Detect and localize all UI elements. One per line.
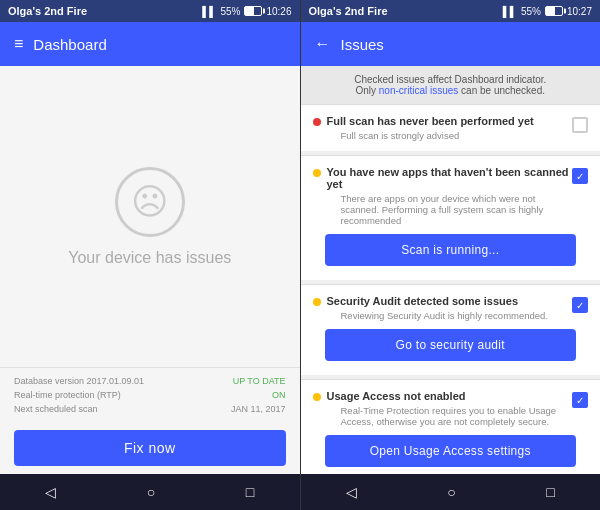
issue-item-4: Usage Access not enabled Real-Time Prote… [301,380,601,474]
right-main-content: Checked issues affect Dashboard indicato… [301,66,601,474]
non-critical-link[interactable]: non-critical issues [379,85,458,96]
right-carrier: Olga's 2nd Fire [309,5,388,17]
issue-checkbox-1[interactable] [572,117,588,133]
left-carrier: Olga's 2nd Fire [8,5,87,17]
issue-content-1: Full scan has never been performed yet F… [327,115,534,141]
issues-text: Your device has issues [68,249,231,267]
issue-title-4: Usage Access not enabled [327,390,573,402]
issue-item-1: Full scan has never been performed yet F… [301,105,601,151]
footer-row-rtp: Real-time protection (RTP) ON [14,390,286,400]
issue-item-2: You have new apps that haven't been scan… [301,156,601,280]
issue-header-2: You have new apps that haven't been scan… [313,166,589,226]
footer-row-scan: Next scheduled scan JAN 11, 2017 [14,404,286,414]
fix-now-button[interactable]: Fix now [14,430,286,466]
right-time: 10:27 [567,6,592,17]
security-audit-button[interactable]: Go to security audit [325,329,577,361]
menu-icon[interactable]: ≡ [14,35,23,53]
home-button-right[interactable]: ○ [435,480,467,504]
home-button-left[interactable]: ○ [135,480,167,504]
left-signal-icon: ▌▌ [202,6,216,17]
left-bottom-nav: ◁ ○ □ [0,474,300,510]
issue-checkbox-2[interactable] [572,168,588,184]
issues-title: Issues [341,36,384,53]
info-banner-text: Checked issues affect Dashboard indicato… [354,74,546,85]
info-banner-suffix: can be unchecked. [458,85,545,96]
issue-title-row-3: Security Audit detected some issues Revi… [313,295,573,321]
issue-title-row-1: Full scan has never been performed yet F… [313,115,573,141]
scan-value: JAN 11, 2017 [231,404,286,414]
issue-title-2: You have new apps that haven't been scan… [327,166,573,190]
issue-header-1: Full scan has never been performed yet F… [313,115,589,141]
issue-desc-3: Reviewing Security Audit is highly recom… [341,310,549,321]
issue-desc-1: Full scan is strongly advised [341,130,534,141]
right-bottom-nav: ◁ ○ □ [301,474,601,510]
left-header: ≡ Dashboard [0,22,300,66]
sad-face-icon: ☹ [115,167,185,237]
left-battery-percent: 55% [220,6,240,17]
issue-header-4: Usage Access not enabled Real-Time Prote… [313,390,589,427]
recent-button-left[interactable]: □ [234,480,266,504]
left-status-right: ▌▌ 55% 10:26 [202,6,291,17]
dashboard-title: Dashboard [33,36,106,53]
right-panel: Olga's 2nd Fire ▌▌ 55% 10:27 ← Issues Ch… [301,0,601,510]
issue-desc-2: There are apps on your device which were… [341,193,573,226]
issue-item-3: Security Audit detected some issues Revi… [301,285,601,375]
left-time: 10:26 [266,6,291,17]
left-panel: Olga's 2nd Fire ▌▌ 55% 10:26 ≡ Dashboard… [0,0,300,510]
back-button-right[interactable]: ◁ [334,480,369,504]
issue-content-4: Usage Access not enabled Real-Time Prote… [327,390,573,427]
right-status-right: ▌▌ 55% 10:27 [503,6,592,17]
rtp-label: Real-time protection (RTP) [14,390,121,400]
issue-title-row-4: Usage Access not enabled Real-Time Prote… [313,390,573,427]
info-banner: Checked issues affect Dashboard indicato… [301,66,601,105]
db-value: UP TO DATE [233,376,286,386]
right-battery-icon [545,6,563,16]
issue-dot-2 [313,169,321,177]
right-battery-percent: 55% [521,6,541,17]
issue-checkbox-4[interactable] [572,392,588,408]
back-button-left[interactable]: ◁ [33,480,68,504]
left-status-bar: Olga's 2nd Fire ▌▌ 55% 10:26 [0,0,300,22]
db-label: Database version 2017.01.09.01 [14,376,144,386]
right-signal-icon: ▌▌ [503,6,517,17]
left-main-content: ☹ Your device has issues [0,66,300,367]
issue-content-2: You have new apps that haven't been scan… [327,166,573,226]
issue-title-row-2: You have new apps that haven't been scan… [313,166,573,226]
issue-dot-4 [313,393,321,401]
scan-running-button[interactable]: Scan is running... [325,234,577,266]
issue-title-3: Security Audit detected some issues [327,295,549,307]
issue-title-1: Full scan has never been performed yet [327,115,534,127]
left-footer: Database version 2017.01.09.01 UP TO DAT… [0,367,300,422]
left-battery-icon [244,6,262,16]
issue-checkbox-3[interactable] [572,297,588,313]
right-status-bar: Olga's 2nd Fire ▌▌ 55% 10:27 [301,0,601,22]
issue-dot-3 [313,298,321,306]
back-arrow-icon[interactable]: ← [315,35,331,53]
rtp-value: ON [272,390,286,400]
scan-label: Next scheduled scan [14,404,98,414]
issue-content-3: Security Audit detected some issues Revi… [327,295,549,321]
issue-desc-4: Real-Time Protection requires you to ena… [341,405,573,427]
info-banner-prefix: Only [355,85,378,96]
issue-dot-1 [313,118,321,126]
footer-row-db: Database version 2017.01.09.01 UP TO DAT… [14,376,286,386]
usage-access-button[interactable]: Open Usage Access settings [325,435,577,467]
right-header: ← Issues [301,22,601,66]
issue-header-3: Security Audit detected some issues Revi… [313,295,589,321]
recent-button-right[interactable]: □ [534,480,566,504]
